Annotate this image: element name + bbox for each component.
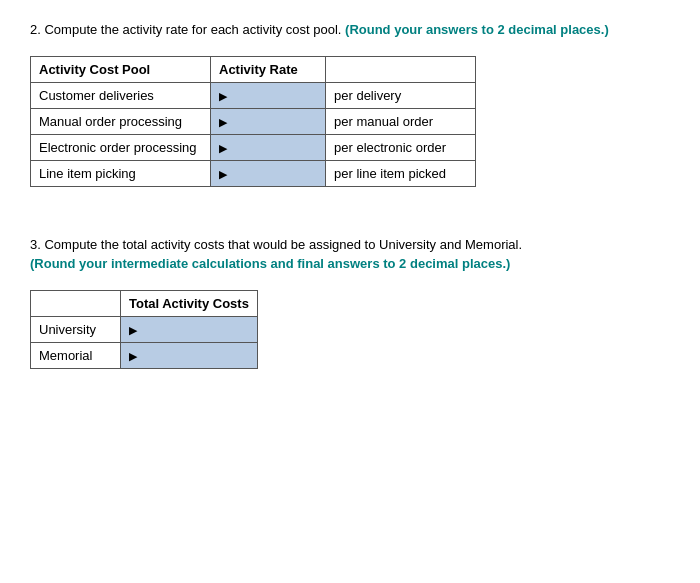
unit-electronic-order: per electronic order: [326, 134, 476, 160]
arrow-icon: ▶: [129, 350, 137, 363]
rate-input-customer-deliveries[interactable]: ▶: [211, 82, 326, 108]
arrow-icon: ▶: [129, 324, 137, 337]
activity-rate-table: Activity Cost Pool Activity Rate Custome…: [30, 56, 476, 187]
rate-input-electronic-order[interactable]: ▶: [211, 134, 326, 160]
arrow-icon: ▶: [219, 142, 227, 155]
question-2-instruction: (Round your answers to 2 decimal places.…: [345, 22, 609, 37]
pool-electronic-order: Electronic order processing: [31, 134, 211, 160]
arrow-icon: ▶: [219, 116, 227, 129]
question-2-block: 2. Compute the activity rate for each ac…: [30, 20, 670, 187]
table-row: University ▶: [31, 316, 258, 342]
spacer: [30, 215, 670, 235]
total-input-memorial[interactable]: ▶: [121, 342, 258, 368]
total-activity-costs-table: Total Activity Costs University ▶ Memori…: [30, 290, 258, 369]
arrow-icon: ▶: [219, 168, 227, 181]
total-input-university[interactable]: ▶: [121, 316, 258, 342]
table-row: Customer deliveries ▶ per delivery: [31, 82, 476, 108]
table-row: Manual order processing ▶ per manual ord…: [31, 108, 476, 134]
pool-customer-deliveries: Customer deliveries: [31, 82, 211, 108]
header-activity-cost-pool: Activity Cost Pool: [31, 56, 211, 82]
unit-customer-deliveries: per delivery: [326, 82, 476, 108]
table-row: Electronic order processing ▶ per electr…: [31, 134, 476, 160]
header-unit: [326, 56, 476, 82]
table2-header-row: Total Activity Costs: [31, 290, 258, 316]
question-3-instruction: (Round your intermediate calculations an…: [30, 256, 510, 271]
unit-line-item: per line item picked: [326, 160, 476, 186]
table-row: Line item picking ▶ per line item picked: [31, 160, 476, 186]
question-3-block: 3. Compute the total activity costs that…: [30, 235, 670, 369]
unit-manual-order: per manual order: [326, 108, 476, 134]
arrow-icon: ▶: [219, 90, 227, 103]
header-activity-rate: Activity Rate: [211, 56, 326, 82]
rate-input-line-item[interactable]: ▶: [211, 160, 326, 186]
question-2-number: 2.: [30, 22, 41, 37]
entity-memorial: Memorial: [31, 342, 121, 368]
table-row: Memorial ▶: [31, 342, 258, 368]
pool-line-item: Line item picking: [31, 160, 211, 186]
entity-university: University: [31, 316, 121, 342]
rate-input-manual-order[interactable]: ▶: [211, 108, 326, 134]
table1-header-row: Activity Cost Pool Activity Rate: [31, 56, 476, 82]
question-3-body: Compute the total activity costs that wo…: [44, 237, 522, 252]
question-2-body: Compute the activity rate for each activ…: [44, 22, 341, 37]
header-total-activity-costs: Total Activity Costs: [121, 290, 258, 316]
pool-manual-order: Manual order processing: [31, 108, 211, 134]
question-2-text: 2. Compute the activity rate for each ac…: [30, 20, 670, 40]
header-entity: [31, 290, 121, 316]
question-3-text: 3. Compute the total activity costs that…: [30, 235, 670, 274]
question-3-number: 3.: [30, 237, 41, 252]
